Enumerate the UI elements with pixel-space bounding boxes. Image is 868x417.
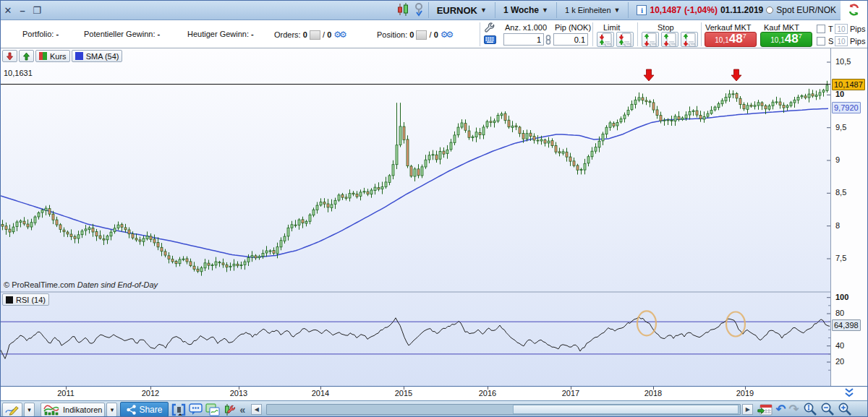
quantity-input[interactable] — [503, 33, 544, 46]
zoom-in-button[interactable] — [838, 403, 853, 417]
pip-label: Pip (NOK) — [555, 23, 591, 32]
sell-market-button[interactable]: 10,1487 — [705, 32, 757, 47]
draw-tool-dropdown[interactable]: ▾ — [24, 403, 35, 417]
separator — [701, 22, 702, 46]
chart-windows-button[interactable] — [205, 403, 220, 417]
orders-list-icon[interactable] — [310, 30, 320, 40]
data-note: Daten sind End-of-Day — [77, 280, 158, 289]
year-label: 2012 — [136, 389, 165, 397]
indicators-icon — [43, 403, 59, 416]
quote-date: 01.11.2019 — [720, 5, 763, 15]
share-button[interactable]: Share — [120, 402, 169, 417]
rsi-tick-label: 100 — [835, 293, 848, 301]
stop-trailing-order-icon[interactable] — [681, 32, 698, 47]
share-label: Share — [139, 405, 162, 415]
share-icon — [127, 405, 136, 415]
chart-type-candlestick-icon[interactable] — [397, 3, 409, 17]
limit-sell-order-icon[interactable] — [616, 32, 634, 47]
year-label: 2018 — [639, 389, 668, 397]
buy-market-button[interactable]: 10,1487 — [760, 32, 812, 47]
hline-value-label: 10,1631 — [4, 69, 33, 77]
legend-kurs[interactable]: Kurs — [35, 50, 70, 62]
sma-swatch-icon — [75, 52, 83, 60]
chart-scrollbar[interactable] — [266, 404, 741, 415]
rsi-swatch-icon — [6, 296, 13, 304]
legend-sma-label: SMA (54) — [86, 52, 119, 61]
scrollbar-thumb[interactable] — [513, 405, 739, 414]
link-pin-icon[interactable] — [414, 3, 425, 18]
goto-date-calendar-icon[interactable] — [757, 403, 773, 417]
close-icon[interactable]: ✕ — [1, 5, 15, 16]
units-selector[interactable]: 1 k Einheiten ▼ — [559, 1, 626, 20]
link-chain-icon[interactable] — [545, 35, 552, 46]
orders-settings-gear-icon[interactable]: ⚙⚙ — [333, 30, 345, 40]
order-tools-wrench-icon[interactable] — [484, 22, 495, 35]
separator — [556, 2, 557, 18]
sell-arrow-tool-button[interactable] — [2, 50, 17, 62]
sell-price-sup: 7 — [743, 33, 746, 40]
trailing-checkbox[interactable] — [817, 25, 825, 33]
today-gain-label: Heutiger Gewinn: — [187, 30, 249, 38]
symbol-selector[interactable]: EURNOK ▼ — [431, 1, 493, 20]
scroll-right-arrow[interactable]: ▶ — [742, 404, 753, 415]
timeframe-selector[interactable]: 1 Woche ▼ — [498, 1, 554, 20]
price-axis[interactable]: 10,5109,598,587,510080402010,14879,79206… — [830, 48, 868, 386]
year-label: 2011 — [51, 389, 80, 397]
year-label: 2014 — [306, 389, 335, 397]
buy-arrow-tool-button[interactable] — [19, 50, 34, 62]
stop-sell-order-icon[interactable] — [661, 32, 678, 47]
rsi-tick-label: 40 — [835, 341, 844, 350]
scroll-left-arrow[interactable]: ◀ — [251, 404, 262, 415]
separator — [428, 2, 429, 18]
last-price-tag: 10,1487 — [832, 79, 865, 90]
separator — [628, 2, 629, 18]
keyboard-icon[interactable] — [484, 35, 496, 46]
comments-button[interactable] — [189, 403, 203, 417]
year-label: 2017 — [556, 389, 585, 397]
symbol-label: EURNOK — [437, 5, 477, 16]
legend-kurs-label: Kurs — [50, 52, 67, 61]
redo-icon[interactable]: ↷ — [789, 403, 799, 417]
potential-gain-label: Potentieller Gewinn: — [84, 30, 155, 38]
sell-market-label: Verkauf MKT — [705, 23, 752, 32]
info-icon[interactable]: i — [637, 5, 647, 15]
objects-list-button[interactable] — [171, 403, 186, 417]
quantity-label: Anz. x1.000 — [505, 23, 547, 32]
separator — [637, 22, 638, 46]
collapse-toolbar-icon[interactable]: « — [239, 403, 245, 417]
position-list-icon[interactable] — [416, 30, 427, 40]
copyright: © ProRealTime.com Daten sind End-of-Day — [4, 280, 158, 289]
chart-canvas[interactable] — [1, 48, 830, 386]
maximize-icon[interactable]: ❐ — [30, 5, 44, 16]
legend-sma[interactable]: SMA (54) — [72, 50, 123, 62]
pips-label-2: Pips — [850, 37, 865, 46]
position-count-2: 0 — [434, 30, 438, 39]
indicators-dropdown[interactable]: ▾ — [106, 403, 117, 417]
separator — [592, 22, 593, 46]
legend-rsi[interactable]: RSI (14) — [2, 293, 49, 306]
rsi-tick-label: 20 — [835, 357, 844, 366]
chart-region: 10,5109,598,587,510080402010,14879,79206… — [1, 48, 868, 400]
titlebar: ✕ – ❐ EURNOK ▼ 1 Woche ▼ 1 k Einheiten ▼… — [1, 1, 842, 20]
collapse-panel-chevron-icon[interactable] — [841, 388, 857, 400]
indicators-button[interactable]: Indikatoren — [41, 403, 105, 417]
draw-tool-button[interactable] — [2, 403, 22, 417]
year-label: 2015 — [389, 389, 418, 397]
buy-price-sup: 7 — [799, 33, 802, 40]
refresh-icon[interactable] — [847, 3, 861, 18]
trailing-pips-input[interactable]: 10 — [835, 24, 848, 34]
minimize-icon[interactable]: – — [15, 5, 30, 16]
stop-buy-order-icon[interactable] — [642, 32, 659, 47]
time-axis[interactable]: 201120122013201420152016201720182019 — [1, 386, 868, 400]
stop-pips-input[interactable]: 10 — [835, 36, 848, 46]
zoom-fit-button[interactable] — [804, 403, 818, 417]
limit-buy-order-icon[interactable] — [597, 32, 614, 47]
stop-checkbox[interactable] — [817, 37, 825, 46]
pip-input[interactable] — [553, 33, 588, 46]
position-settings-gear-icon[interactable]: ⚙⚙ — [441, 30, 452, 40]
price-tick-label: 8 — [835, 221, 840, 230]
undo-icon[interactable]: ↶ — [775, 403, 786, 417]
chart-settings-button[interactable] — [223, 403, 237, 417]
zoom-out-button[interactable] — [821, 403, 835, 417]
spot-radio[interactable] — [766, 7, 773, 14]
